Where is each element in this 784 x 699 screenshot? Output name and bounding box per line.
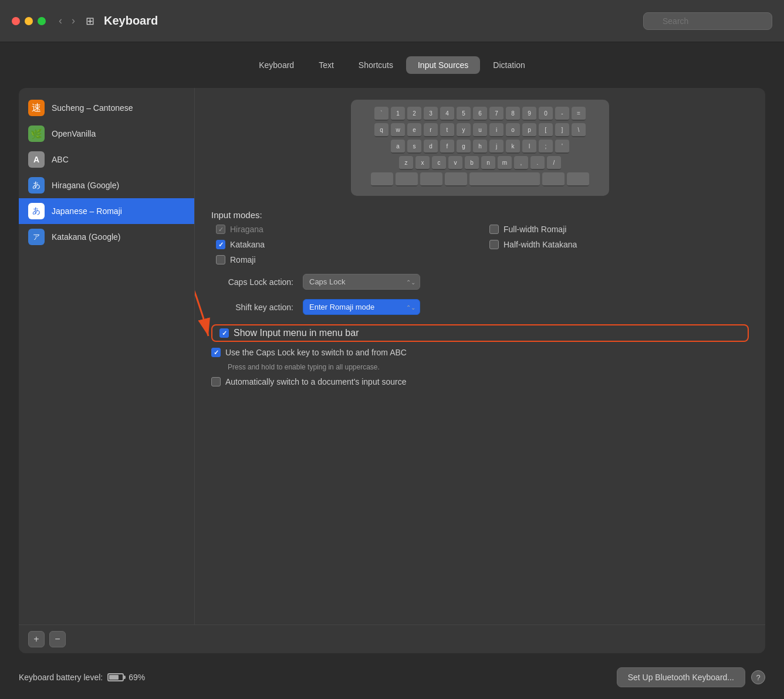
sidebar-item-japanese-romaji[interactable]: あ Japanese – Romaji	[19, 198, 194, 224]
kb-key-l: l	[522, 140, 536, 154]
kb-key-w: w	[391, 123, 405, 137]
battery-info: Keyboard battery level: 69%	[19, 673, 145, 682]
kb-row-2: q w e r t y u i o p [ ] \	[360, 123, 600, 137]
kb-key-e: e	[407, 123, 421, 137]
caps-lock-switch-row[interactable]: Use the Caps Lock key to switch to and f…	[211, 348, 749, 357]
auto-switch-row[interactable]: Automatically switch to a document's inp…	[211, 377, 749, 386]
shift-key-dropdown-wrap: Enter Romaji mode	[303, 299, 420, 315]
tab-bar: Keyboard Text Shortcuts Input Sources Di…	[19, 56, 765, 74]
half-width-katakana-label: Half-width Katakana	[503, 240, 577, 249]
titlebar: ‹ › ⊞ Keyboard 🔍	[0, 0, 784, 42]
bottom-options-container: Show Input menu in menu bar Use the Caps…	[211, 324, 749, 386]
kb-key-slash: /	[547, 156, 561, 170]
maximize-button[interactable]	[38, 17, 46, 25]
kb-key-3: 3	[424, 107, 438, 121]
kb-key-i: i	[489, 123, 503, 137]
full-width-romaji-row[interactable]: Full-width Romaji	[489, 225, 749, 234]
kb-key-s: s	[407, 140, 421, 154]
sidebar-item-abc[interactable]: A ABC	[19, 147, 194, 172]
katakana-mode-row[interactable]: Katakana	[216, 240, 475, 249]
kb-key-backtick: `	[374, 107, 388, 121]
kb-key-lbracket: [	[539, 123, 553, 137]
kb-key-d: d	[424, 140, 438, 154]
traffic-lights	[12, 17, 46, 25]
kb-key-y: y	[457, 123, 471, 137]
kb-key-option-right	[567, 172, 589, 186]
katakana-label: Katakana (Google)	[52, 232, 121, 242]
tab-shortcuts[interactable]: Shortcuts	[347, 56, 405, 74]
hiragana-mode-row[interactable]: Hiragana	[216, 225, 475, 234]
window-title: Keyboard	[104, 14, 643, 28]
shift-key-dropdown[interactable]: Enter Romaji mode	[303, 299, 420, 315]
half-width-katakana-row[interactable]: Half-width Katakana	[489, 240, 749, 249]
show-input-menu-checkbox[interactable]	[219, 328, 229, 338]
main-content: Keyboard Text Shortcuts Input Sources Di…	[0, 42, 784, 699]
search-container: 🔍	[643, 12, 772, 30]
kb-key-8: 8	[506, 107, 520, 121]
show-input-menu-highlighted: Show Input menu in menu bar	[211, 324, 749, 342]
tab-keyboard[interactable]: Keyboard	[247, 56, 306, 74]
keyboard-visual: ` 1 2 3 4 5 6 7 8 9 0 - =	[351, 100, 609, 196]
tab-input-sources[interactable]: Input Sources	[406, 56, 480, 74]
shift-key-label: Shift key action:	[211, 303, 293, 312]
kb-key-option	[420, 172, 442, 186]
kb-key-x: x	[415, 156, 430, 170]
romaji-mode-row[interactable]: Romaji	[216, 255, 475, 264]
add-input-source-button[interactable]: +	[28, 631, 45, 647]
sucheng-label: Sucheng – Cantonese	[52, 103, 133, 113]
shift-key-row: Shift key action: Enter Romaji mode	[211, 299, 749, 315]
sidebar-item-sucheng[interactable]: 速 Sucheng – Cantonese	[19, 95, 194, 121]
kb-key-quote: '	[555, 140, 569, 154]
right-panel: ` 1 2 3 4 5 6 7 8 9 0 - =	[195, 88, 765, 625]
sidebar-item-openvanilla[interactable]: 🌿 OpenVanilla	[19, 121, 194, 147]
footer-buttons: Set Up Bluetooth Keyboard... ?	[617, 667, 765, 687]
half-width-katakana-checkbox[interactable]	[489, 240, 499, 249]
kb-key-0: 0	[539, 107, 553, 121]
kb-key-equals: =	[572, 107, 586, 121]
kb-key-period: .	[530, 156, 545, 170]
hiragana-checkbox[interactable]	[216, 225, 225, 234]
bottom-checkboxes: Show Input menu in menu bar Use the Caps…	[211, 324, 749, 386]
japanese-romaji-icon: あ	[28, 203, 45, 219]
caps-lock-switch-checkbox[interactable]	[211, 348, 221, 357]
kb-key-t: t	[440, 123, 454, 137]
kb-key-n: n	[481, 156, 495, 170]
kb-key-backslash: \	[572, 123, 586, 137]
search-input[interactable]	[643, 12, 772, 30]
caps-lock-dropdown[interactable]: Caps Lock	[303, 274, 420, 290]
kb-key-1: 1	[391, 107, 405, 121]
full-width-romaji-checkbox[interactable]	[489, 225, 499, 234]
kb-key-ctrl	[396, 172, 418, 186]
romaji-checkbox[interactable]	[216, 255, 225, 264]
kb-key-j: j	[489, 140, 503, 154]
forward-button[interactable]: ›	[68, 12, 79, 29]
romaji-mode-label: Romaji	[230, 255, 256, 264]
tab-dictation[interactable]: Dictation	[481, 56, 536, 74]
hiragana-icon: あ	[28, 177, 45, 194]
kb-key-h: h	[473, 140, 487, 154]
openvanilla-label: OpenVanilla	[52, 129, 96, 138]
sucheng-icon: 速	[28, 100, 45, 116]
help-button[interactable]: ?	[751, 670, 765, 684]
remove-input-source-button[interactable]: −	[49, 631, 66, 647]
battery-percent: 69%	[129, 673, 145, 682]
input-modes-label: Input modes:	[211, 210, 749, 220]
input-modes-grid: Hiragana Full-width Romaji Katakana	[216, 225, 749, 264]
input-modes-section: Input modes: Hiragana Full-width Romaji	[211, 210, 749, 264]
back-button[interactable]: ‹	[55, 12, 66, 29]
sidebar-item-katakana[interactable]: ア Katakana (Google)	[19, 224, 194, 250]
katakana-checkbox[interactable]	[216, 240, 225, 249]
tab-text[interactable]: Text	[307, 56, 346, 74]
hiragana-mode-label: Hiragana	[230, 225, 263, 234]
caps-lock-label: Caps Lock action:	[211, 277, 293, 287]
kb-key-v: v	[448, 156, 462, 170]
show-input-menu-label: Show Input menu in menu bar	[234, 328, 359, 338]
setup-bluetooth-button[interactable]: Set Up Bluetooth Keyboard...	[617, 667, 745, 687]
minimize-button[interactable]	[25, 17, 33, 25]
auto-switch-checkbox[interactable]	[211, 377, 221, 386]
sidebar-item-hiragana[interactable]: あ Hiragana (Google)	[19, 172, 194, 198]
kb-key-6: 6	[473, 107, 487, 121]
close-button[interactable]	[12, 17, 20, 25]
kb-key-fn	[371, 172, 393, 186]
kb-key-2: 2	[407, 107, 421, 121]
